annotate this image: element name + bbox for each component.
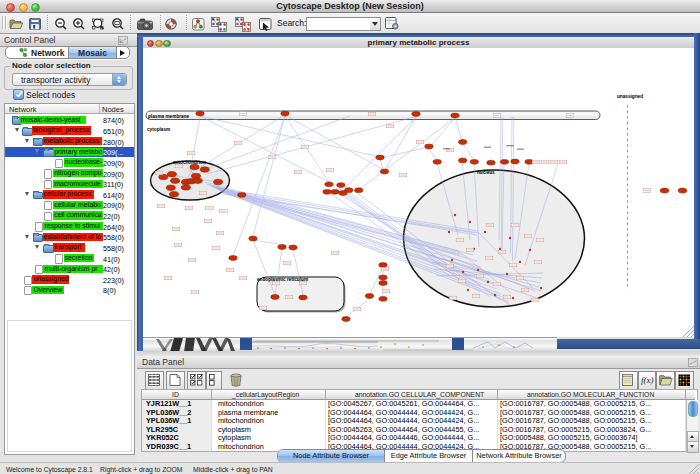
svg-text:endoplasmic reticulum: endoplasmic reticulum: [257, 277, 308, 282]
svg-text:mitochondrion: mitochondrion: [173, 160, 206, 165]
svg-text:nucleus: nucleus: [477, 170, 495, 175]
svg-text:plasma membrane: plasma membrane: [148, 114, 190, 119]
svg-text:unassigned: unassigned: [617, 94, 643, 99]
svg-text:cytoplasm: cytoplasm: [147, 127, 170, 132]
svg-text:f(x): f(x): [641, 375, 654, 385]
